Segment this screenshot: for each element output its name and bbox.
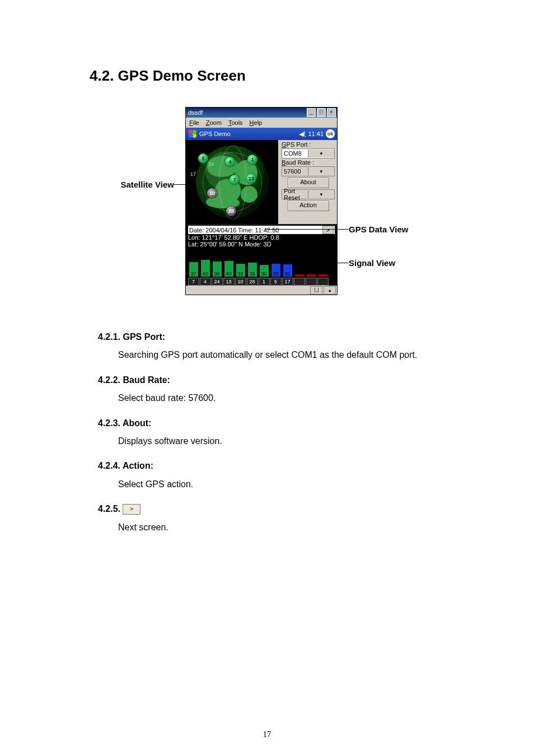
signal-bar-slot: 3217 [282, 264, 293, 286]
port-reset-select[interactable]: Port Reset ▼ [282, 189, 335, 199]
menu-bar: File Zoom Tools Help [186, 118, 337, 128]
signal-bar-prn: 1 [259, 278, 270, 286]
signal-bar-prn [294, 278, 305, 286]
signal-bar-value: 35 [248, 271, 257, 277]
app-name: GPS Demo [199, 130, 231, 137]
signal-bar-prn: 5 [270, 278, 282, 286]
signal-bar-prn: 28 [247, 278, 258, 286]
sip-up-icon[interactable]: ▴ [324, 286, 336, 295]
baud-rate-value: 57600 [282, 168, 308, 175]
action-button[interactable]: Action [288, 200, 329, 211]
body-text: 4.2.1. GPS Port: Searching GPS port auto… [98, 329, 456, 536]
figure-row: Satellite View dssdf _ □ × File Zoom Too… [0, 107, 534, 295]
ok-button[interactable]: ok [326, 129, 335, 138]
pda-titlebar: GPS Demo ◀ξ 11:41 ok [186, 128, 337, 140]
about-button[interactable]: About [288, 178, 329, 188]
gps-data-view: Date: 2004/04/16 Time: 11:42:50 > Lon: 1… [186, 224, 337, 250]
signal-bar: 35 [247, 262, 257, 277]
signal-bar-prn: 4 [200, 278, 211, 286]
signal-bar-prn: 24 [212, 278, 223, 286]
sat-marker: 5 [198, 153, 208, 164]
satellite-view: 52441177131028 [186, 140, 278, 224]
sat-marker: 4 [225, 157, 235, 167]
minimize-button[interactable]: _ [307, 108, 316, 117]
page-number: 17 [0, 730, 534, 739]
heading-action: 4.2.4. Action: [98, 458, 456, 474]
signal-bar-value: 33 [236, 271, 245, 277]
signal-bar-value: 33 [271, 271, 280, 277]
signal-bar [294, 274, 305, 277]
label-gps-data-view: GPS Data View [349, 225, 408, 234]
start-icon[interactable] [188, 129, 197, 138]
controls-panel: GPS Port : COM8 ▼ Baud Rate : 57600 ▼ Ab… [278, 140, 337, 224]
menu-zoom[interactable]: Zoom [206, 119, 222, 126]
heading-baud-rate: 4.2.2. Baud Rate: [98, 372, 456, 389]
text-gps-port: Searching GPS port automatically or sele… [118, 347, 456, 363]
sat-label: 17 [190, 171, 196, 177]
signal-bar-prn: 13 [223, 278, 235, 286]
signal-bar: 38 [212, 261, 222, 277]
speaker-icon[interactable]: ◀ξ [299, 130, 306, 138]
menu-file[interactable]: File [189, 119, 199, 126]
signal-bar: 33 [236, 263, 246, 277]
label-signal-view: Signal View [349, 258, 395, 268]
signal-bar [318, 274, 328, 277]
menu-help[interactable]: Help [250, 119, 263, 126]
signal-bar-value: 30 [260, 271, 269, 277]
signal-bar-slot: 377 [188, 262, 199, 286]
signal-bar-prn [317, 278, 329, 286]
sat-marker: 1 [247, 155, 257, 165]
gps-port-label: GPS Port : [282, 141, 335, 148]
signal-bar: 30 [259, 264, 269, 277]
heading-about: 4.2.3. About: [98, 415, 456, 432]
sat-marker: 10 [207, 188, 217, 198]
signal-bar-prn [306, 278, 317, 286]
signal-bar-slot: 301 [259, 264, 269, 286]
next-screen-button[interactable]: > [322, 226, 334, 234]
baud-rate-select[interactable]: 57600 ▼ [282, 166, 335, 176]
gps-port-value: COM8 [282, 150, 308, 157]
signal-bar-value: 32 [283, 271, 292, 277]
text-next: Next screen. [118, 519, 456, 536]
text-action: Select GPS action. [118, 476, 456, 493]
window-title: dssdf [188, 109, 203, 116]
gps-date-time: Date: 2004/04/16 Time: 11:42:50 [189, 227, 279, 234]
signal-bar: 32 [283, 264, 293, 277]
signal-bar-slot: 335 [270, 263, 281, 286]
signal-bar [306, 274, 316, 277]
sat-label: 24 [208, 161, 214, 167]
signal-bar-prn: 10 [235, 278, 246, 286]
signal-bar-value: 38 [213, 271, 222, 277]
sat-marker: 7 [229, 175, 240, 185]
signal-view: 37742438244013331035283013353217 [186, 250, 337, 286]
gps-lat-mode: Lat: 25°00' 59.00" N Mode: 3D [188, 241, 335, 248]
next-icon: ＞ [123, 504, 140, 515]
section-heading: 4.2. GPS Demo Screen [90, 67, 534, 85]
close-button[interactable]: × [327, 108, 336, 117]
maximize-button[interactable]: □ [317, 108, 326, 117]
signal-bar-value: 40 [224, 271, 233, 277]
app-window: dssdf _ □ × File Zoom Tools Help GPS Dem… [185, 107, 338, 295]
sat-marker: 13 [246, 174, 256, 184]
signal-bar-prn: 17 [282, 278, 293, 286]
signal-bar-slot [317, 274, 328, 286]
menu-tools[interactable]: Tools [228, 119, 243, 126]
signal-bar: 37 [189, 262, 199, 277]
chevron-down-icon[interactable]: ▼ [308, 167, 334, 175]
signal-bar: 40 [224, 260, 234, 277]
signal-bar-value: 42 [201, 271, 210, 277]
text-baud-rate: Select baud rate: 57600. [118, 390, 456, 407]
signal-bar: 33 [271, 263, 281, 277]
signal-bar-slot: 3310 [235, 263, 246, 286]
signal-bar: 42 [200, 259, 210, 277]
window-titlebar[interactable]: dssdf _ □ × [186, 108, 337, 118]
label-satellite-view: Satellite View [73, 180, 185, 189]
keyboard-icon[interactable]: ⼐ [310, 286, 322, 295]
chevron-down-icon[interactable]: ▼ [308, 150, 334, 157]
chevron-down-icon[interactable]: ▼ [308, 190, 334, 198]
heading-next: 4.2.5. ＞ [98, 501, 456, 517]
text-about: Displays software version. [118, 433, 456, 450]
signal-bar-slot: 3528 [247, 262, 257, 286]
heading-gps-port: 4.2.1. GPS Port: [98, 329, 456, 346]
gps-port-select[interactable]: COM8 ▼ [282, 148, 335, 158]
